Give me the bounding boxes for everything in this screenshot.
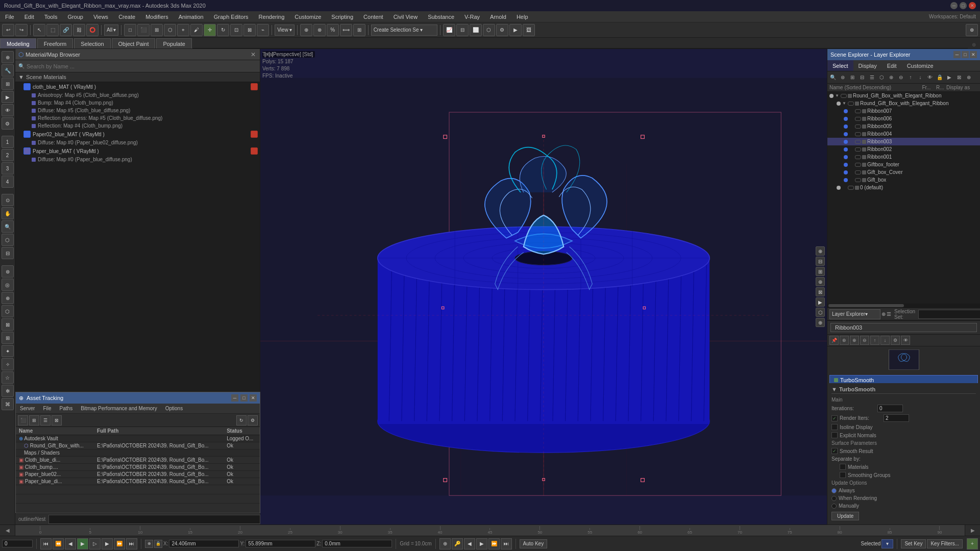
- layer-scrollbar-thumb[interactable]: [828, 304, 904, 307]
- se-close[interactable]: ✕: [970, 51, 977, 58]
- layer-tree-scrollbar[interactable]: [827, 304, 980, 308]
- tb-rotate[interactable]: ↻: [217, 24, 229, 36]
- bc-next-frame[interactable]: ▶: [102, 538, 113, 549]
- se-tb-add[interactable]: ⊕: [887, 73, 896, 82]
- bc-play-fwd3[interactable]: ⏭: [501, 538, 512, 549]
- mat-paper-blue[interactable]: Paper_blue_MAT ( VRayMtl ): [15, 146, 260, 156]
- create-selection-dropdown[interactable]: Create Selection Se ▾: [371, 24, 437, 36]
- layer-ribbon006[interactable]: Ribbon006: [827, 115, 980, 122]
- se-tb-filter[interactable]: ⊛: [838, 73, 847, 82]
- se-tb-dn[interactable]: ↓: [916, 73, 925, 82]
- bc-coord-type[interactable]: ⊕: [145, 540, 153, 548]
- menu-tools[interactable]: Tools: [39, 11, 63, 22]
- ts-arrow[interactable]: ▼: [831, 386, 837, 392]
- sub-bump[interactable]: Bump: Map #4 (Cloth_bump.png): [15, 99, 260, 107]
- bc-go-end[interactable]: ⏭: [126, 538, 137, 549]
- se-tb-search[interactable]: 🔍: [828, 73, 838, 82]
- se-maximize[interactable]: □: [962, 51, 969, 58]
- ts-render-iters-checkbox[interactable]: [831, 415, 838, 421]
- ts-render-iters-input[interactable]: [884, 414, 909, 422]
- tb-select-lasso[interactable]: ⌖: [177, 24, 189, 36]
- layer-sub-root[interactable]: ▼ Round_Gift_Box_with_Elegant_Ribbon: [827, 99, 980, 107]
- layer-ribbon001[interactable]: Ribbon001: [827, 153, 980, 161]
- sb-tool-8[interactable]: ✧: [2, 358, 14, 370]
- ts-iterations-input[interactable]: [877, 405, 903, 412]
- sb-tool-11[interactable]: ⌘: [2, 398, 14, 410]
- ribbon006-eye[interactable]: [855, 117, 861, 121]
- sub-diffuse-paper-blue[interactable]: Diffuse: Map #0 (Paper_blue_diffuse.png): [15, 156, 260, 163]
- sb-motion[interactable]: ▶: [2, 91, 14, 103]
- bc-z-input[interactable]: [322, 540, 392, 547]
- layer-root-expand[interactable]: ▼: [835, 93, 840, 98]
- sb-modify[interactable]: 🔧: [2, 64, 14, 77]
- layer-gift-box-cover[interactable]: Gift_box_Cover: [827, 168, 980, 176]
- sb-create[interactable]: ⊕: [2, 51, 14, 63]
- timeline-bar[interactable]: 051015202530354045505560657075808590: [15, 525, 965, 536]
- giftbox-footer-eye[interactable]: [855, 163, 861, 167]
- bc-set-key-mode[interactable]: ⊕: [439, 538, 451, 549]
- ribbon005-lock[interactable]: [862, 124, 866, 129]
- le-dropdown[interactable]: Layer Explorer ▾: [829, 309, 880, 319]
- tb-placement[interactable]: ⌁: [257, 24, 269, 36]
- tb-bind[interactable]: ⭕: [86, 24, 99, 36]
- tb-curves[interactable]: 📈: [443, 24, 455, 36]
- layer-root[interactable]: ▼ Round_Gift_Box_with_Elegant_Ribbon: [827, 92, 980, 99]
- vp-btn-8[interactable]: ⊕: [816, 318, 825, 327]
- menu-views[interactable]: Views: [88, 11, 113, 22]
- minimize-button[interactable]: ─: [950, 2, 958, 9]
- se-tab-customize[interactable]: Customize: [902, 60, 939, 71]
- tb-mirror[interactable]: ⟺: [340, 24, 352, 36]
- menu-help[interactable]: Help: [511, 11, 533, 22]
- sb-snap-1[interactable]: 1: [2, 136, 14, 148]
- asset-menu-server[interactable]: Server: [16, 404, 39, 413]
- at-btn-refresh[interactable]: ↻: [236, 415, 247, 425]
- vp-btn-5[interactable]: ⊠: [816, 287, 825, 296]
- asset-menu-options[interactable]: Options: [161, 404, 187, 413]
- ts-materials-checkbox[interactable]: [840, 464, 846, 470]
- layer-ribbon004[interactable]: Ribbon004: [827, 130, 980, 138]
- bc-key-mode[interactable]: 🔑: [452, 538, 463, 549]
- mod-icon-up[interactable]: ↑: [870, 336, 879, 345]
- asset-row-cloth-di[interactable]: ▣ Cloth_blue_di... E:\Работа\OCTOBER 202…: [16, 457, 260, 464]
- ribbon006-lock[interactable]: [862, 117, 866, 121]
- tab-selection[interactable]: Selection: [74, 38, 110, 48]
- sb-tool-10[interactable]: ✻: [2, 385, 14, 397]
- se-tb-more[interactable]: ⊕: [964, 73, 973, 82]
- gift-box-eye[interactable]: [855, 178, 861, 182]
- asset-row-paper-blue02[interactable]: ▣ Paper_blue02... E:\Работа\OCTOBER 2024…: [16, 471, 260, 478]
- tb-move[interactable]: ✛: [204, 24, 216, 36]
- bc-frame-input[interactable]: [2, 540, 33, 547]
- at-btn-1[interactable]: ⬛: [18, 415, 28, 425]
- tb-snap2[interactable]: ⊗: [313, 24, 326, 36]
- tb-scale2[interactable]: ⊠: [243, 24, 256, 36]
- tb-scale[interactable]: ⊡: [230, 24, 242, 36]
- tab-modeling[interactable]: Modeling: [0, 38, 36, 48]
- layer-root-eye[interactable]: [841, 94, 847, 98]
- menu-civil-view[interactable]: Civil View: [388, 11, 423, 22]
- sb-tool-5[interactable]: ⊠: [2, 318, 14, 331]
- layer-giftbox-footer[interactable]: Giftbox_footer: [827, 161, 980, 168]
- layer-default[interactable]: 0 (default): [827, 184, 980, 191]
- menu-customize[interactable]: Customize: [289, 11, 326, 22]
- layer-gift-box[interactable]: Gift_box: [827, 176, 980, 184]
- le-btn-1[interactable]: ⊕: [881, 310, 886, 319]
- tb-render-frame[interactable]: 🖼: [523, 24, 535, 36]
- sb-zoom[interactable]: 🔍: [2, 220, 14, 233]
- sb-display[interactable]: 👁: [2, 104, 14, 116]
- ts-when-rendering-radio[interactable]: [831, 496, 837, 501]
- default-eye[interactable]: [848, 186, 854, 190]
- tab-object-paint[interactable]: Object Paint: [112, 38, 156, 48]
- asset-row-paper-blue-di[interactable]: ▣ Paper_blue_di... E:\Работа\OCTOBER 202…: [16, 478, 260, 485]
- at-btn-2[interactable]: ⊞: [29, 415, 39, 425]
- material-browser-close[interactable]: ✕: [250, 51, 257, 58]
- ribbon002-eye[interactable]: [855, 147, 861, 152]
- asset-menu-file[interactable]: File: [39, 404, 55, 413]
- sub-refl-gloss[interactable]: Reflection glossiness: Map #5 (Cloth_blu…: [15, 114, 260, 122]
- le-set-input[interactable]: [918, 310, 980, 319]
- tab-populate[interactable]: Populate: [156, 38, 191, 48]
- ribbon003-lock[interactable]: [862, 140, 866, 144]
- menu-modifiers[interactable]: Modifiers: [140, 11, 174, 22]
- sb-utilities[interactable]: ⚙: [2, 117, 14, 130]
- sb-tool-3[interactable]: ⊕: [2, 292, 14, 304]
- menu-scripting[interactable]: Scripting: [326, 11, 358, 22]
